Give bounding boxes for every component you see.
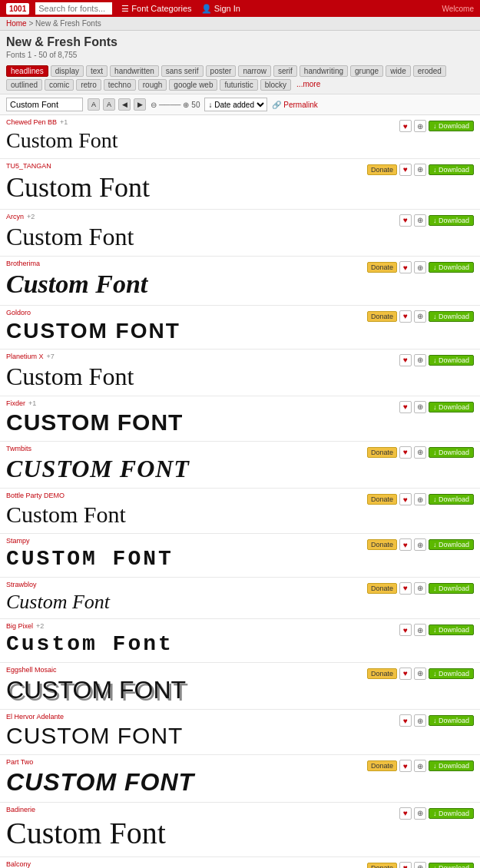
share-button[interactable]: ⊕ xyxy=(414,493,426,505)
share-button[interactable]: ⊕ xyxy=(414,354,426,366)
filter-tag-futuristic[interactable]: futuristic xyxy=(220,79,257,91)
share-button[interactable]: ⊕ xyxy=(414,582,426,595)
preview-text-input[interactable] xyxy=(6,98,83,111)
download-button[interactable]: ↓ Download xyxy=(429,539,474,550)
filter-tag-narrow[interactable]: narrow xyxy=(238,65,271,77)
share-button[interactable]: ⊕ xyxy=(414,401,426,413)
share-button[interactable]: ⊕ xyxy=(414,446,426,459)
sign-in-link[interactable]: 👤 Sign In xyxy=(201,4,240,14)
filter-tag-headlines[interactable]: headlines xyxy=(6,65,48,77)
font-name-link[interactable]: Twmbits xyxy=(6,445,31,452)
download-button[interactable]: ↓ Download xyxy=(429,355,474,366)
next-btn[interactable]: ▶ xyxy=(134,98,146,111)
donate-button[interactable]: Donate xyxy=(367,262,397,273)
download-button[interactable]: ↓ Download xyxy=(429,447,474,458)
filter-tag-rough[interactable]: rough xyxy=(138,79,167,91)
download-button[interactable]: ↓ Download xyxy=(429,121,474,131)
share-button[interactable]: ⊕ xyxy=(414,538,426,551)
share-button[interactable]: ⊕ xyxy=(414,214,426,227)
favorite-button[interactable]: ♥ xyxy=(399,668,412,680)
font-name-link[interactable]: Strawbloy xyxy=(6,581,37,588)
favorite-button[interactable]: ♥ xyxy=(399,214,412,227)
font-name-link[interactable]: Arcyn xyxy=(6,213,24,220)
download-button[interactable]: ↓ Download xyxy=(429,624,474,635)
share-button[interactable]: ⊕ xyxy=(414,807,426,820)
font-name-link[interactable]: Stampy xyxy=(6,537,30,545)
donate-button[interactable]: Donate xyxy=(367,863,397,869)
font-name-link[interactable]: El Hervor Adelante xyxy=(6,713,64,721)
favorite-button[interactable]: ♥ xyxy=(399,493,412,505)
share-button[interactable]: ⊕ xyxy=(414,668,426,680)
filter-tag-retro[interactable]: retro xyxy=(76,79,101,91)
share-button[interactable]: ⊕ xyxy=(414,164,426,176)
donate-button[interactable]: Donate xyxy=(367,447,397,458)
donate-button[interactable]: Donate xyxy=(367,539,397,550)
zoom-out-btn[interactable]: A xyxy=(88,98,100,111)
favorite-button[interactable]: ♥ xyxy=(399,401,412,413)
filter-tag-grunge[interactable]: grunge xyxy=(350,65,383,77)
font-name-link[interactable]: Eggshell Mosaic xyxy=(6,666,57,674)
donate-button[interactable]: Donate xyxy=(367,311,397,322)
share-button[interactable]: ⊕ xyxy=(414,310,426,323)
filter-tag-handwriting[interactable]: handwriting xyxy=(300,65,348,77)
search-input[interactable] xyxy=(35,2,112,15)
download-button[interactable]: ↓ Download xyxy=(429,215,474,226)
share-button[interactable]: ⊕ xyxy=(414,714,426,727)
font-name-link[interactable]: Balcony xyxy=(6,860,31,868)
filter-tag-blocky[interactable]: blocky xyxy=(260,79,291,91)
donate-button[interactable]: Donate xyxy=(367,583,397,594)
share-button[interactable]: ⊕ xyxy=(414,624,426,636)
share-button[interactable]: ⊕ xyxy=(414,261,426,273)
font-name-link[interactable]: Part Two xyxy=(6,758,33,766)
filter-tag-techno[interactable]: techno xyxy=(104,79,136,91)
permalink-btn[interactable]: 🔗 Permalink xyxy=(272,101,317,109)
favorite-button[interactable]: ♥ xyxy=(399,807,412,820)
favorite-button[interactable]: ♥ xyxy=(399,760,412,772)
download-button[interactable]: ↓ Download xyxy=(429,863,474,869)
favorite-button[interactable]: ♥ xyxy=(399,120,412,132)
filter-tag-outlined[interactable]: outlined xyxy=(6,79,42,91)
filter-tag-sans-serif[interactable]: sans serif xyxy=(161,65,204,77)
zoom-in-btn[interactable]: A xyxy=(103,98,115,111)
favorite-button[interactable]: ♥ xyxy=(399,862,412,869)
download-button[interactable]: ↓ Download xyxy=(429,808,474,819)
share-button[interactable]: ⊕ xyxy=(414,862,426,869)
donate-button[interactable]: Donate xyxy=(367,164,397,175)
filter-tag-poster[interactable]: poster xyxy=(206,65,237,77)
donate-button[interactable]: Donate xyxy=(367,668,397,679)
favorite-button[interactable]: ♥ xyxy=(399,582,412,595)
download-button[interactable]: ↓ Download xyxy=(429,494,474,505)
font-name-link[interactable]: Chewed Pen BB xyxy=(6,118,57,126)
font-categories-link[interactable]: ☰ Font Categories xyxy=(121,4,191,14)
breadcrumb-home[interactable]: Home xyxy=(6,19,27,28)
share-button[interactable]: ⊕ xyxy=(414,760,426,772)
filter-tag-google-web[interactable]: google web xyxy=(169,79,217,91)
favorite-button[interactable]: ♥ xyxy=(399,446,412,459)
favorite-button[interactable]: ♥ xyxy=(399,714,412,727)
donate-button[interactable]: Donate xyxy=(367,760,397,771)
filter-tag-comic[interactable]: comic xyxy=(45,79,74,91)
font-name-link[interactable]: Bottle Party DEMO xyxy=(6,492,65,499)
font-name-link[interactable]: Fixder xyxy=(6,399,25,407)
favorite-button[interactable]: ♥ xyxy=(399,310,412,323)
favorite-button[interactable]: ♥ xyxy=(399,261,412,273)
filter-tag-display[interactable]: display xyxy=(51,65,84,77)
donate-button[interactable]: Donate xyxy=(367,494,397,505)
download-button[interactable]: ↓ Download xyxy=(429,402,474,412)
favorite-button[interactable]: ♥ xyxy=(399,354,412,366)
filter-tag-text[interactable]: text xyxy=(86,65,108,77)
favorite-button[interactable]: ♥ xyxy=(399,164,412,176)
share-button[interactable]: ⊕ xyxy=(414,120,426,132)
filter-tag-wide[interactable]: wide xyxy=(386,65,411,77)
download-button[interactable]: ↓ Download xyxy=(429,164,474,175)
filter-tag-handwritten[interactable]: handwritten xyxy=(110,65,159,77)
site-logo[interactable]: 1001 xyxy=(6,3,29,15)
font-name-link[interactable]: Badinerie xyxy=(6,806,35,813)
download-button[interactable]: ↓ Download xyxy=(429,715,474,726)
font-name-link[interactable]: TU5_TANGAN xyxy=(6,162,51,170)
sort-select[interactable]: ↓ Date added xyxy=(204,98,267,111)
favorite-button[interactable]: ♥ xyxy=(399,538,412,551)
prev-btn[interactable]: ◀ xyxy=(118,98,131,111)
filter-more-btn[interactable]: ...more xyxy=(293,79,323,91)
font-name-link[interactable]: Goldoro xyxy=(6,309,31,316)
